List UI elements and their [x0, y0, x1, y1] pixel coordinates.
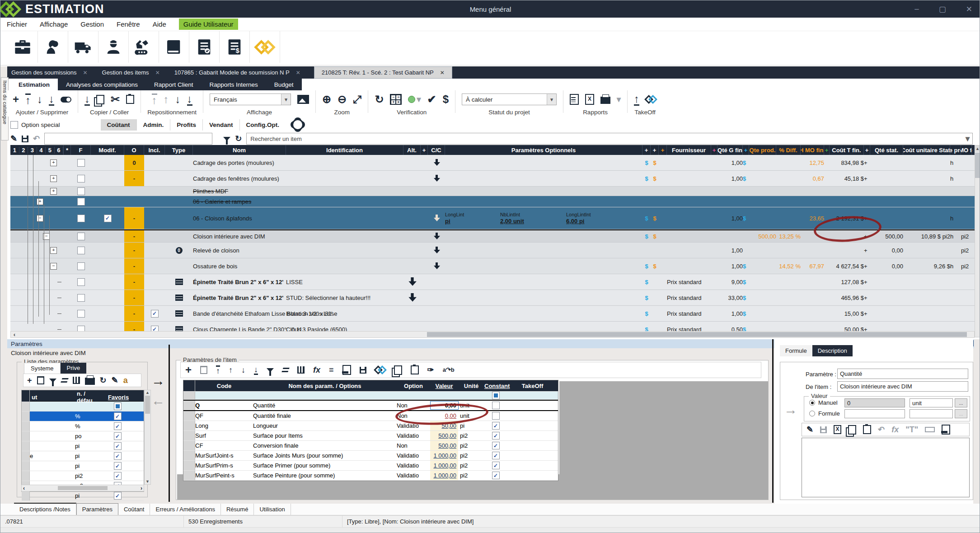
move-up-icon[interactable] — [229, 366, 233, 374]
left-table-vscrollbar[interactable]: ▲▼ — [144, 390, 151, 485]
ruler-icon[interactable] — [925, 427, 935, 432]
constant-checkbox[interactable] — [492, 412, 500, 420]
valeur-link[interactable]: 500,00 — [438, 442, 458, 449]
row-checkbox[interactable] — [77, 278, 85, 286]
expand-icon[interactable]: + — [50, 175, 57, 182]
catalog-icon[interactable] — [159, 31, 189, 63]
constant-checkbox[interactable] — [492, 472, 500, 479]
add-param-icon[interactable] — [27, 376, 32, 384]
move-top-icon[interactable] — [216, 365, 220, 375]
menu-aide[interactable]: Aide — [153, 20, 166, 28]
image-view-icon[interactable] — [297, 95, 309, 104]
refresh-icon[interactable] — [100, 376, 107, 384]
text-icon[interactable]: "T" — [905, 425, 918, 434]
excel-icon[interactable]: X — [834, 425, 841, 434]
cc-arrow-icon[interactable] — [434, 175, 440, 182]
filter-icon[interactable] — [223, 137, 230, 141]
table-row[interactable]: + 0 Cadrage des portes (moulures) $ $ 1,… — [10, 155, 975, 171]
cc-arrow-icon[interactable] — [434, 262, 440, 270]
manuel-radio[interactable] — [809, 400, 815, 406]
tab-formule[interactable]: Formule — [780, 345, 812, 356]
rename-icon[interactable]: a — [123, 376, 128, 384]
tab-prive[interactable]: Prive — [61, 363, 87, 374]
apply-arrow-icon[interactable]: → — [784, 403, 797, 416]
tab-gestion-items[interactable]: Gestion des items✕ — [95, 66, 167, 79]
delete-param-icon[interactable] — [37, 376, 44, 384]
cc-arrow-icon[interactable] — [434, 159, 440, 166]
edit-icon[interactable] — [807, 425, 813, 434]
tab-erreurs-ameliorations[interactable]: Erreurs / Améliorations — [150, 504, 221, 515]
de-item-field[interactable]: Cloison intérieure avec DIM — [837, 381, 968, 392]
printer-icon[interactable] — [600, 97, 610, 104]
manuel-value-field[interactable]: 0 — [844, 398, 905, 407]
param-row[interactable]: MurSurfJoint-sSurface Joints Murs (pour … — [183, 451, 558, 461]
table-row[interactable]: + Plinthes MDF — [10, 187, 975, 196]
delete-param-icon[interactable] — [200, 366, 207, 374]
close-button[interactable]: ✕ — [966, 5, 972, 14]
modif-checkbox[interactable] — [104, 215, 112, 222]
save-icon[interactable] — [820, 426, 827, 433]
description-textarea[interactable] — [802, 438, 970, 497]
statut-combo[interactable]: À calculer — [462, 94, 557, 105]
rename-ab-icon[interactable]: a↷b — [443, 366, 455, 374]
list-item[interactable]: pi — [22, 491, 144, 501]
report-doc-icon[interactable] — [570, 94, 579, 105]
tab-analyses-compilations[interactable]: Analyses des compilations — [58, 79, 146, 90]
language-combo[interactable]: Français — [210, 94, 291, 105]
cc-arrow-icon[interactable] — [434, 247, 440, 254]
move-down-icon[interactable] — [175, 94, 181, 105]
list-item[interactable]: pi — [22, 461, 144, 471]
tab-budget[interactable]: Budget — [266, 79, 302, 90]
status-dot-icon[interactable] — [408, 96, 415, 103]
tab-descriptions-notes[interactable]: Descriptions /Notes — [14, 503, 76, 515]
item-edit-input[interactable] — [44, 133, 212, 145]
formule-radio[interactable] — [809, 411, 815, 416]
param-row[interactable]: LongLongueurValidatio50,00pi — [183, 421, 558, 431]
param-link[interactable]: pi — [445, 218, 450, 224]
toolbox-icon[interactable] — [8, 31, 38, 63]
insert-below-icon[interactable] — [49, 94, 54, 106]
tab-estimation[interactable]: Estimation — [10, 79, 58, 90]
save-icon[interactable] — [22, 136, 28, 142]
config-opt-button[interactable]: Config.Opt. — [240, 119, 286, 131]
collapse-icon[interactable]: − — [37, 215, 43, 222]
favoris-checkbox[interactable] — [114, 452, 122, 460]
favoris-checkbox[interactable] — [114, 412, 122, 420]
list-item[interactable]: epi — [22, 451, 144, 461]
favoris-checkbox[interactable] — [114, 422, 122, 430]
undo-icon[interactable] — [33, 135, 40, 143]
menu-fenetre[interactable]: Fenêtre — [117, 20, 140, 28]
insert-above-icon[interactable] — [25, 94, 31, 106]
truck-icon[interactable] — [68, 31, 98, 63]
save-icon[interactable] — [360, 367, 366, 374]
recalculate-icon[interactable] — [375, 94, 384, 105]
manuel-unit-field[interactable]: unit — [910, 398, 953, 407]
menu-gestion[interactable]: Gestion — [80, 20, 104, 28]
param-row-empty[interactable] — [183, 392, 558, 400]
list-item[interactable]: po — [22, 431, 144, 441]
param-row[interactable]: QFQuantité finaleNon0,00unit — [183, 411, 558, 421]
parametre-field[interactable]: Quantité — [837, 369, 968, 379]
worker-icon[interactable] — [98, 31, 129, 63]
delete-item-icon[interactable] — [37, 94, 42, 105]
profits-button[interactable]: Profits — [170, 119, 203, 131]
constant-checkbox[interactable] — [492, 442, 500, 449]
table-row[interactable]: - Épinette Traité Brun 2" x 6" x 12' LIS… — [10, 274, 975, 290]
grid-horizontal-scrollbar[interactable] — [10, 331, 975, 338]
row-checkbox[interactable] — [77, 187, 85, 195]
add-param-icon[interactable] — [185, 365, 192, 375]
param-row[interactable]: SurfSurface pour ItemsValidatio500,00pi2 — [183, 431, 558, 441]
tab-coutant[interactable]: Coûtant — [118, 504, 150, 515]
chevron-down-icon[interactable] — [281, 94, 291, 105]
menu-fichier[interactable]: Fichier — [7, 20, 27, 28]
formule-browse-button[interactable]: ... — [955, 409, 967, 418]
favoris-checkbox[interactable] — [114, 432, 122, 440]
close-tab-icon[interactable]: ✕ — [155, 70, 160, 76]
close-tab-icon[interactable]: ✕ — [83, 70, 88, 76]
compare-icon[interactable] — [61, 378, 69, 383]
takeoff-upload-icon[interactable] — [634, 94, 639, 106]
tab-utilisation[interactable]: Utilisation — [254, 504, 291, 515]
search-input[interactable]: Rechercher un item — [246, 133, 973, 145]
valeur-link[interactable]: 1 000,00 — [433, 462, 458, 469]
maximize-button[interactable]: ▢ — [939, 5, 946, 14]
